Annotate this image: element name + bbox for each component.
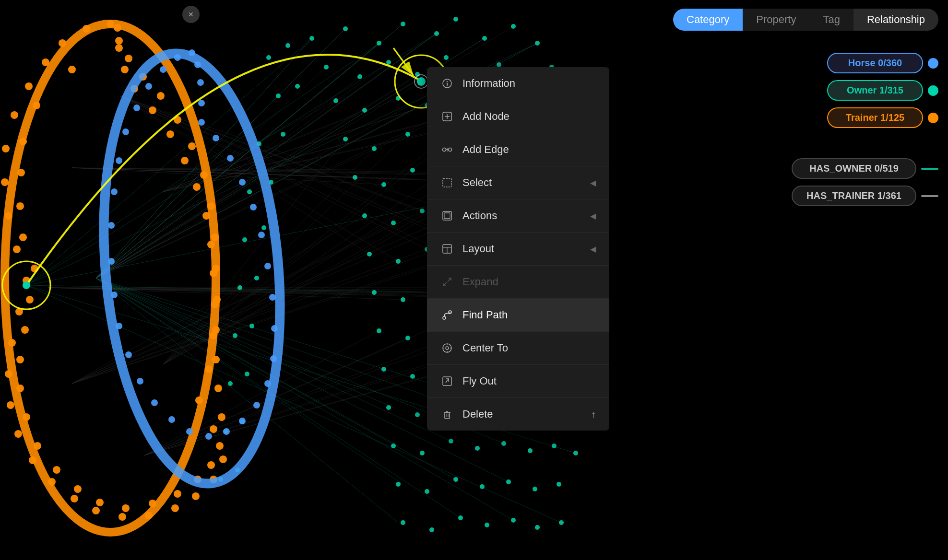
rel-has-owner[interactable]: HAS_OWNER 0/519 <box>792 158 938 179</box>
svg-point-333 <box>133 105 140 111</box>
select-arrow: ◀ <box>590 178 596 187</box>
svg-point-331 <box>160 66 166 73</box>
information-label: Information <box>462 77 596 90</box>
svg-point-327 <box>115 37 123 45</box>
svg-point-90 <box>386 405 391 410</box>
select-label: Select <box>462 176 581 189</box>
svg-point-258 <box>13 245 21 253</box>
svg-point-317 <box>213 296 221 303</box>
legend-badge-owner: Owner 1/315 <box>827 80 923 101</box>
svg-point-324 <box>157 92 165 100</box>
svg-point-319 <box>211 233 219 241</box>
svg-point-353 <box>269 294 276 301</box>
legend-owner[interactable]: Owner 1/315 <box>827 80 938 101</box>
menu-item-layout[interactable]: Layout ◀ <box>427 233 609 266</box>
menu-item-delete[interactable]: Delete ↑ <box>427 398 609 431</box>
rel-badge-has-trainer: HAS_TRAINER 1/361 <box>792 186 916 206</box>
svg-point-103 <box>528 448 533 453</box>
svg-point-121 <box>285 43 290 48</box>
svg-point-318 <box>212 265 220 272</box>
svg-point-265 <box>29 456 36 464</box>
svg-point-296 <box>19 233 27 241</box>
svg-point-301 <box>16 385 24 392</box>
add-node-label: Add Node <box>462 110 596 123</box>
menu-item-add-edge[interactable]: Add Edge <box>427 133 609 166</box>
svg-point-339 <box>111 292 118 298</box>
close-button[interactable] <box>182 6 200 23</box>
svg-point-298 <box>26 296 34 303</box>
svg-point-334 <box>122 128 129 135</box>
svg-point-264 <box>14 430 22 438</box>
svg-point-307 <box>122 504 130 512</box>
fly-out-label: Fly Out <box>462 375 596 387</box>
svg-point-344 <box>168 416 175 423</box>
up-arrow-icon: ↑ <box>591 409 596 420</box>
svg-point-337 <box>108 222 115 229</box>
svg-point-252 <box>42 58 49 66</box>
svg-point-335 <box>116 157 122 164</box>
tab-relationship[interactable]: Relationship <box>853 9 938 31</box>
menu-item-fly-out[interactable]: Fly Out <box>427 365 609 398</box>
svg-point-336 <box>111 188 118 195</box>
svg-point-303 <box>34 442 41 450</box>
svg-rect-402 <box>445 413 450 419</box>
svg-point-309 <box>174 490 181 498</box>
fly-out-icon <box>440 374 454 388</box>
svg-point-254 <box>11 111 18 119</box>
svg-point-395 <box>446 347 449 350</box>
svg-point-253 <box>25 82 33 90</box>
svg-point-349 <box>253 402 260 408</box>
svg-point-276 <box>195 397 203 404</box>
svg-line-401 <box>446 379 449 383</box>
svg-point-135 <box>245 372 249 376</box>
svg-point-282 <box>202 212 210 220</box>
legend: Horse 0/360 Owner 1/315 Trainer 1/125 <box>827 53 938 128</box>
svg-point-321 <box>200 171 208 179</box>
svg-point-351 <box>270 355 277 362</box>
svg-point-329 <box>189 49 195 56</box>
svg-point-363 <box>194 61 201 68</box>
svg-point-99 <box>420 451 425 455</box>
svg-point-289 <box>115 44 123 52</box>
add-edge-label: Add Edge <box>462 143 596 156</box>
rel-line-has-trainer <box>921 195 938 197</box>
svg-point-343 <box>151 399 158 406</box>
svg-point-261 <box>8 339 16 347</box>
svg-point-270 <box>145 512 153 519</box>
svg-point-347 <box>223 428 230 435</box>
svg-point-125 <box>281 132 285 137</box>
svg-point-286 <box>149 106 156 114</box>
svg-point-368 <box>23 281 30 289</box>
menu-item-center-to[interactable]: Center To <box>427 332 609 365</box>
svg-point-263 <box>7 401 14 409</box>
add-node-icon <box>440 110 454 123</box>
legend-dot-horse <box>928 58 938 69</box>
svg-point-300 <box>16 356 24 363</box>
menu-item-select[interactable]: Select ◀ <box>427 166 609 199</box>
tab-category[interactable]: Category <box>673 9 743 31</box>
svg-point-360 <box>198 119 205 126</box>
legend-horse[interactable]: Horse 0/360 <box>827 53 938 73</box>
menu-item-add-node[interactable]: Add Node <box>427 100 609 133</box>
svg-point-341 <box>125 351 132 358</box>
tab-tag[interactable]: Tag <box>809 9 853 31</box>
svg-point-91 <box>415 412 420 417</box>
svg-point-365 <box>417 77 426 86</box>
legend-trainer[interactable]: Trainer 1/125 <box>827 107 938 128</box>
rel-has-trainer[interactable]: HAS_TRAINER 1/361 <box>792 186 938 206</box>
menu-item-information[interactable]: Information <box>427 67 609 100</box>
svg-point-322 <box>188 142 196 150</box>
svg-point-313 <box>218 413 225 421</box>
svg-rect-383 <box>444 213 450 219</box>
svg-point-290 <box>114 24 121 32</box>
svg-point-256 <box>1 178 9 186</box>
svg-point-304 <box>53 466 60 474</box>
svg-point-118 <box>535 525 540 530</box>
menu-item-find-path[interactable]: Find Path <box>427 299 609 332</box>
menu-item-actions[interactable]: Actions ◀ <box>427 199 609 233</box>
svg-point-391 <box>443 316 446 319</box>
actions-label: Actions <box>462 210 581 222</box>
tab-property[interactable]: Property <box>743 9 809 31</box>
svg-point-120 <box>266 55 271 60</box>
center-to-label: Center To <box>462 342 596 354</box>
